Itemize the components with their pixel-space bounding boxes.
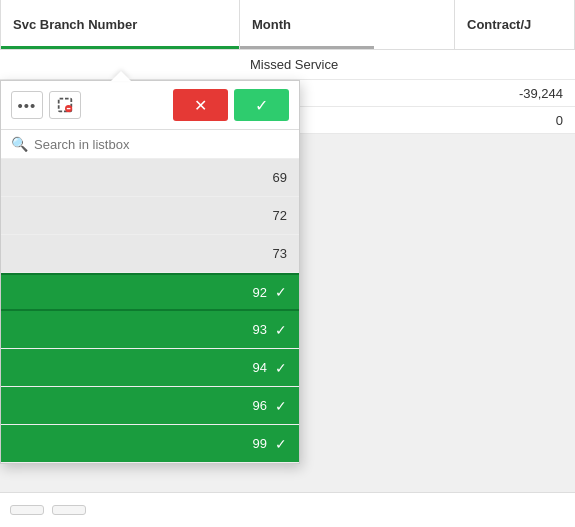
col-contract-label: Contract/J [467, 17, 531, 32]
list-item[interactable]: 99 ✓ [1, 425, 299, 463]
dashed-square-icon [56, 96, 74, 114]
col-month-label: Month [252, 17, 291, 32]
missed-service-label: Missed Service [250, 57, 338, 72]
dropdown-toolbar: ••• ✕ ✓ [1, 81, 299, 130]
list-item-label: 94 [253, 360, 267, 375]
list-item[interactable]: 72 [1, 197, 299, 235]
list-item-label: 96 [253, 398, 267, 413]
list-item[interactable]: 69 [1, 159, 299, 197]
list-item-label: 73 [273, 246, 287, 261]
col-svc-branch-header: Svc Branch Number [0, 0, 240, 49]
header-row: Svc Branch Number Month Contract/J [0, 0, 575, 50]
more-dots-icon: ••• [18, 97, 37, 114]
list-item-label: 93 [253, 322, 267, 337]
search-box: 🔍 [1, 130, 299, 159]
search-icon: 🔍 [11, 136, 28, 152]
list-item[interactable]: 96 ✓ [1, 387, 299, 425]
list-item-label: 99 [253, 436, 267, 451]
confirm-icon: ✓ [255, 96, 268, 115]
dropdown-listbox: ••• ✕ ✓ 🔍 69 72 [0, 80, 300, 464]
dropdown-arrow [111, 71, 131, 81]
list-item[interactable]: 94 ✓ [1, 349, 299, 387]
bottom-button-2[interactable] [52, 505, 86, 515]
check-icon: ✓ [275, 322, 287, 338]
content-area: -39,244 0 ••• ✕ ✓ [0, 80, 575, 134]
list-item-label: 92 [253, 285, 267, 300]
check-icon: ✓ [275, 360, 287, 376]
list-item-label: 69 [273, 170, 287, 185]
col-contract-header: Contract/J [455, 0, 575, 49]
col-month-header[interactable]: Month [240, 0, 455, 49]
list-item[interactable]: 73 [1, 235, 299, 273]
check-icon: ✓ [275, 284, 287, 300]
confirm-button[interactable]: ✓ [234, 89, 289, 121]
check-icon: ✓ [275, 436, 287, 452]
cancel-button[interactable]: ✕ [173, 89, 228, 121]
sub-header-row: Missed Service [0, 50, 575, 80]
bottom-bar [0, 492, 575, 527]
partial-select-button[interactable] [49, 91, 81, 119]
check-icon: ✓ [275, 398, 287, 414]
more-options-button[interactable]: ••• [11, 91, 43, 119]
search-input[interactable] [34, 137, 289, 152]
col-svc-branch-label: Svc Branch Number [13, 17, 137, 32]
list-item-label: 72 [273, 208, 287, 223]
cancel-icon: ✕ [194, 96, 207, 115]
bottom-button-1[interactable] [10, 505, 44, 515]
list-item[interactable]: 93 ✓ [1, 311, 299, 349]
list-item-active[interactable]: 92 ✓ [1, 273, 299, 311]
